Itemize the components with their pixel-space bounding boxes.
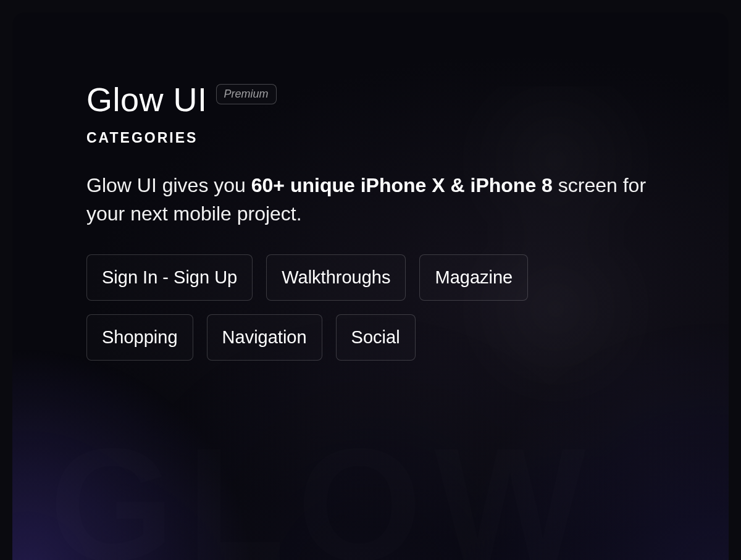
product-title: Glow UI <box>86 80 207 119</box>
description-prefix: Glow UI gives you <box>86 174 251 196</box>
content-area: Glow UI Premium CATEGORIES Glow UI gives… <box>86 80 679 361</box>
category-button-magazine[interactable]: Magazine <box>419 254 528 301</box>
category-button-social[interactable]: Social <box>336 314 416 361</box>
card-frame: GLOW Glow UI Premium CATEGORIES Glow UI … <box>12 12 729 560</box>
category-button-walkthroughs[interactable]: Walkthroughs <box>266 254 406 301</box>
description-text: Glow UI gives you 60+ unique iPhone X & … <box>86 171 679 228</box>
category-list: Sign In - Sign Up Walkthroughs Magazine … <box>86 254 630 361</box>
premium-badge: Premium <box>216 84 277 104</box>
section-heading: CATEGORIES <box>86 130 679 146</box>
title-row: Glow UI Premium <box>86 80 679 119</box>
category-button-sign-in-sign-up[interactable]: Sign In - Sign Up <box>86 254 253 301</box>
category-button-navigation[interactable]: Navigation <box>207 314 322 361</box>
description-bold: 60+ unique iPhone X & iPhone 8 <box>251 174 553 196</box>
watermark-text: GLOW <box>49 412 598 560</box>
category-button-shopping[interactable]: Shopping <box>86 314 193 361</box>
